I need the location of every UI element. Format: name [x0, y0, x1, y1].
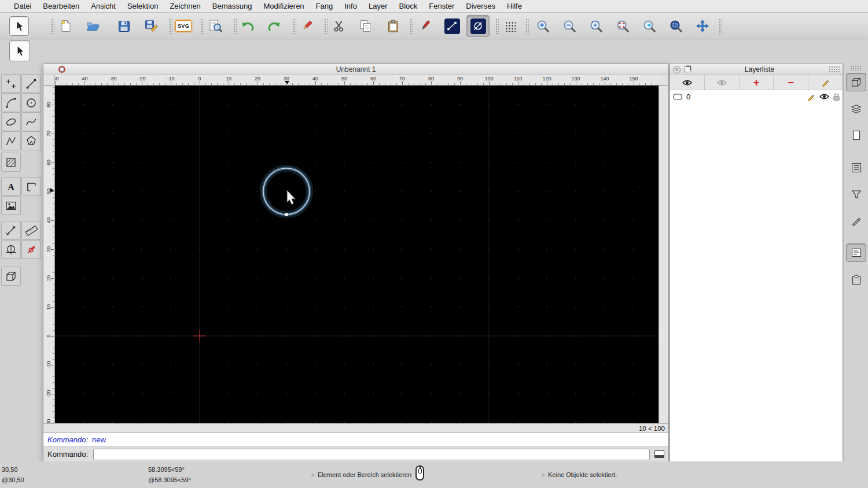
dock-clipboard-button[interactable]: [846, 271, 866, 289]
dock-block-list-button[interactable]: [846, 126, 866, 145]
zoom-redraw-button[interactable]: [611, 15, 634, 37]
saveas-icon: [145, 20, 159, 32]
dimension-tools-button[interactable]: [1, 221, 21, 240]
draw-line-button[interactable]: [21, 74, 41, 93]
hide-all-layers-button[interactable]: [705, 75, 740, 90]
zoom-window-button[interactable]: [664, 15, 687, 37]
v-ruler-label: 40: [43, 215, 54, 226]
cmdpanel-icon: [851, 248, 862, 257]
zoom-out-button[interactable]: [558, 15, 581, 37]
draw-circle-button[interactable]: [21, 93, 41, 112]
menu-block[interactable]: Block: [393, 2, 423, 10]
circle-attributes-button[interactable]: [466, 15, 490, 37]
v-ruler-label: 70: [43, 128, 54, 139]
draw-spline-button[interactable]: [21, 112, 41, 131]
draw-arc-button[interactable]: [1, 93, 21, 112]
grid-toggle-button[interactable]: [498, 15, 521, 37]
drawing-canvas[interactable]: [55, 86, 659, 423]
save-drawing-button[interactable]: [112, 15, 135, 37]
edit-layer-button[interactable]: [808, 75, 843, 90]
dock-visual-views-button[interactable]: [846, 73, 866, 91]
menu-ansicht[interactable]: Ansicht: [85, 2, 122, 10]
menu-fenster[interactable]: Fenster: [423, 2, 460, 10]
dock-selection-filter-button[interactable]: [846, 185, 866, 204]
zoom-auto-button[interactable]: [584, 15, 608, 37]
layer-eye-icon[interactable]: [819, 93, 829, 100]
zoom-in-button[interactable]: [531, 15, 554, 37]
menu-bemassung[interactable]: Bemassung: [207, 2, 258, 10]
menu-hilfe[interactable]: Hilfe: [501, 2, 528, 10]
copy-button[interactable]: [354, 15, 377, 37]
show-all-layers-button[interactable]: [670, 75, 705, 90]
h-ruler-tick: [431, 82, 432, 85]
menu-fang[interactable]: Fang: [310, 2, 339, 10]
panel-drag-handle[interactable]: [829, 66, 840, 73]
main-toolbar: SVG: [0, 13, 868, 39]
line-attributes-button[interactable]: [440, 15, 464, 37]
delete-selected-button[interactable]: [295, 15, 318, 37]
zoom-pan-button[interactable]: [691, 15, 714, 37]
canvas-svg: [55, 86, 659, 423]
zoom-previous-button[interactable]: [638, 15, 661, 37]
save-drawing-as-button[interactable]: [140, 15, 163, 37]
layer-edit-pencil-icon[interactable]: [807, 93, 815, 101]
draw-hatch-button[interactable]: [1, 153, 21, 172]
command-detach-icon[interactable]: [654, 450, 664, 458]
command-prompt-label: Kommando:: [47, 450, 88, 459]
dock-library-browser-button[interactable]: [846, 158, 866, 177]
horizontal-scrollbar[interactable]: 10 < 100: [43, 423, 668, 432]
circle-icon: [25, 97, 37, 109]
solid-3d-tools-button[interactable]: [1, 267, 21, 286]
insert-image-button[interactable]: [1, 196, 21, 215]
h-ruler-label: -40: [80, 76, 87, 82]
export-svg-button[interactable]: SVG: [172, 15, 195, 37]
drawing-window-titlebar[interactable]: Unbenannt 1: [43, 64, 668, 75]
draw-frame-button[interactable]: [21, 177, 41, 196]
zoomredraw-icon: [616, 20, 629, 32]
menu-layer[interactable]: Layer: [363, 2, 393, 10]
pen-attributes-button[interactable]: [413, 15, 436, 37]
layers-icon: [851, 104, 862, 114]
menu-info[interactable]: Info: [339, 2, 363, 10]
layer-visibility-box-icon[interactable]: [673, 94, 682, 100]
modify-tools-button[interactable]: [1, 240, 21, 259]
menu-selektion[interactable]: Selektion: [122, 2, 164, 10]
paste-button[interactable]: [381, 15, 404, 37]
open-drawing-button[interactable]: [82, 15, 105, 37]
h-ruler-tick: [489, 82, 490, 85]
layer-lock-icon[interactable]: [833, 93, 840, 101]
drawing-window: Unbenannt 1 -50-40-30-20-100102030405060…: [43, 64, 669, 462]
layer-row[interactable]: 0: [670, 90, 843, 103]
pen-icon: [419, 20, 431, 32]
h-ruler-label: 20: [255, 76, 260, 82]
dock-drag-handle[interactable]: [850, 65, 862, 71]
vertical-scrollbar[interactable]: [659, 86, 668, 423]
measure-tools-button[interactable]: [21, 221, 41, 240]
redo-button[interactable]: [263, 15, 286, 37]
cut-button[interactable]: [327, 15, 350, 37]
dock-pen-wizard-button[interactable]: [846, 212, 866, 230]
menu-zeichnen[interactable]: Zeichnen: [164, 2, 206, 10]
dock-command-line-button[interactable]: [846, 243, 866, 262]
draw-point-button[interactable]: [1, 74, 21, 93]
undo-button[interactable]: [236, 15, 259, 37]
command-input[interactable]: [93, 449, 650, 460]
draw-text-button[interactable]: A: [1, 177, 21, 196]
draw-polyline-button[interactable]: [1, 131, 21, 150]
dock-layer-list-button[interactable]: [846, 99, 866, 118]
menu-diverses[interactable]: Diverses: [460, 2, 501, 10]
h-ruler-tick: [200, 82, 200, 85]
snap-tools-button[interactable]: [21, 240, 41, 259]
draw-ellipse-button[interactable]: [1, 112, 21, 131]
v-ruler-tick: [51, 249, 54, 250]
menu-modifizieren[interactable]: Modifizieren: [258, 2, 310, 10]
menu-bearbeiten[interactable]: Bearbeiten: [37, 2, 85, 10]
print-preview-button[interactable]: [204, 15, 227, 37]
v-ruler-tick: [51, 365, 54, 365]
new-drawing-button[interactable]: [54, 15, 78, 37]
draw-polygon-button[interactable]: [21, 131, 41, 150]
float-panel-button[interactable]: [685, 66, 690, 72]
remove-layer-button[interactable]: −: [774, 75, 808, 90]
close-panel-button[interactable]: ×: [673, 66, 681, 73]
add-layer-button[interactable]: +: [740, 75, 774, 90]
